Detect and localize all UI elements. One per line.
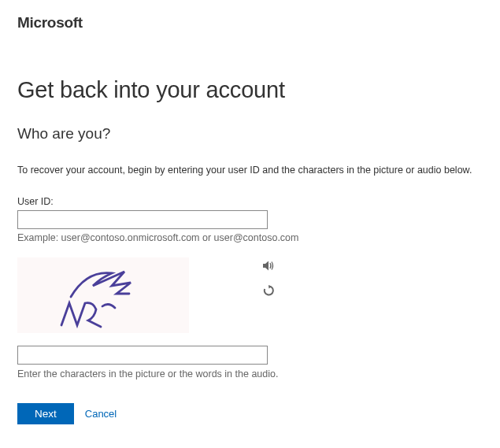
next-button[interactable]: Next — [17, 403, 74, 424]
sub-title: Who are you? — [17, 125, 483, 143]
brand-logo: Microsoft — [17, 14, 483, 31]
user-id-example: Example: user@contoso.onmicrosoft.com or… — [17, 232, 483, 243]
refresh-icon[interactable] — [263, 285, 276, 298]
page-title: Get back into your account — [17, 77, 483, 103]
cancel-link[interactable]: Cancel — [85, 408, 117, 420]
captcha-input[interactable] — [17, 346, 268, 365]
captcha-glyph — [55, 264, 165, 330]
speaker-icon[interactable] — [263, 260, 276, 272]
user-id-label: User ID: — [17, 196, 483, 207]
user-id-input[interactable] — [17, 210, 268, 229]
captcha-image — [17, 257, 189, 333]
instruction-text: To recover your account, begin by enteri… — [17, 165, 483, 176]
captcha-help: Enter the characters in the picture or t… — [17, 368, 483, 380]
